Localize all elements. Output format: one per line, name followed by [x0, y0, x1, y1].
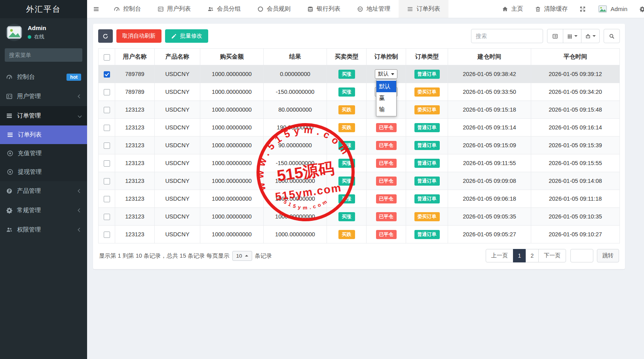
clear-cache-link[interactable]: 清除缓存: [529, 0, 574, 18]
cell-close-time: 2026-01-05 09:14:08: [531, 172, 620, 190]
cell-user: 123123: [115, 208, 155, 226]
sidebar-item-dashboard[interactable]: 控制台 hot: [0, 67, 87, 87]
online-dot: [28, 35, 31, 39]
order-control-select[interactable]: 默认: [375, 69, 397, 79]
table-header-row: 用户名称 产品名称 购买金额 结果 买卖类型 订单控制 订单类型 建仓时间 平仓…: [99, 49, 620, 65]
cell-close-time: 2026-01-05 09:15:55: [531, 154, 620, 172]
cell-user: 123123: [115, 137, 155, 154]
dropdown-option[interactable]: 赢: [376, 92, 396, 104]
col-control: 订单控制: [367, 49, 406, 65]
side-badge: 买涨: [338, 212, 355, 221]
table-row: 123123 USDCNY 1000.00000000 1000.0000000…: [99, 172, 620, 190]
order-type-badge: 普通订单: [414, 177, 440, 186]
avatar: [6, 24, 23, 41]
hot-badge: hot: [66, 74, 81, 81]
row-checkbox[interactable]: [104, 107, 110, 113]
dropdown-option[interactable]: 输: [376, 104, 396, 115]
order-type-badge: 普通订单: [414, 230, 440, 239]
order-type-badge: 普通订单: [414, 123, 440, 132]
tab-bank-list[interactable]: 银行列表: [299, 0, 349, 18]
chevron-left-icon: [78, 228, 82, 232]
export-button[interactable]: [581, 29, 600, 43]
jump-button[interactable]: 跳转: [597, 249, 619, 262]
cell-product: USDCNY: [155, 226, 200, 243]
cell-close-time: 2026-01-05 09:15:48: [531, 101, 620, 119]
select-all-checkbox[interactable]: [104, 54, 110, 61]
row-checkbox[interactable]: [104, 196, 110, 202]
page-button-2[interactable]: 2: [526, 249, 539, 262]
tab-member-rules[interactable]: 会员规则: [249, 0, 299, 18]
chevron-left-icon: [78, 189, 82, 193]
next-page-button[interactable]: 下一页: [538, 249, 566, 262]
cell-close-time: 2026-01-05 09:16:14: [531, 119, 620, 137]
order-type-badge: 委买订单: [414, 87, 440, 97]
control-status-badge: 已平仓: [376, 159, 397, 168]
col-side: 买卖类型: [327, 49, 367, 65]
batch-edit-button[interactable]: 批量修改: [165, 29, 208, 43]
row-checkbox[interactable]: [104, 232, 110, 238]
detail-view-button[interactable]: [547, 29, 563, 43]
chevron-left-icon: [78, 95, 82, 99]
home-link[interactable]: 主页: [496, 0, 529, 18]
table-search-input[interactable]: [471, 29, 543, 43]
address-icon: [357, 6, 363, 12]
sidebar-item-withdraw[interactable]: 提现管理: [0, 163, 87, 181]
tab-member-groups[interactable]: 会员分组: [199, 0, 249, 18]
row-checkbox[interactable]: [104, 178, 110, 184]
page-button-1[interactable]: 1: [513, 249, 526, 262]
cell-product: USDCNY: [155, 137, 200, 154]
cell-product: USDCNY: [155, 154, 200, 172]
fullscreen-button[interactable]: [574, 0, 592, 18]
row-checkbox[interactable]: [104, 125, 110, 131]
order-list-icon: [407, 6, 413, 12]
gear-icon: [639, 6, 644, 12]
cell-user: 123123: [115, 101, 155, 119]
row-checkbox[interactable]: [104, 71, 110, 78]
tab-dashboard[interactable]: 控制台: [105, 0, 149, 18]
row-checkbox[interactable]: [104, 89, 110, 95]
control-cell: 已平仓: [367, 226, 406, 243]
sidebar-item-products[interactable]: 产品管理: [0, 181, 87, 201]
sidebar-item-order-list[interactable]: 订单列表: [0, 125, 87, 144]
cell-product: USDCNY: [155, 190, 200, 208]
member-rules-icon: [257, 6, 264, 12]
tab-order-list[interactable]: 订单列表: [399, 0, 448, 18]
dropdown-option[interactable]: 默认: [376, 81, 396, 92]
control-cell: 已平仓: [367, 208, 406, 226]
cell-close-time: 2026-01-05 09:10:35: [531, 208, 620, 226]
tab-user-list[interactable]: 用户列表: [149, 0, 199, 18]
jump-page-input[interactable]: [570, 249, 593, 262]
user-name: Admin: [28, 25, 46, 31]
sidebar-item-permissions[interactable]: 权限管理: [0, 220, 87, 239]
sidebar-item-recharge[interactable]: 充值管理: [0, 144, 87, 163]
settings-button[interactable]: [633, 0, 644, 18]
tab-address-management[interactable]: 地址管理: [349, 0, 399, 18]
row-checkbox[interactable]: [104, 142, 110, 149]
sidebar-item-order-management[interactable]: 订单管理: [0, 106, 87, 125]
search-button[interactable]: [604, 29, 620, 43]
order-type-badge: 普通订单: [414, 194, 440, 203]
user-management-icon: [6, 93, 13, 100]
admin-menu[interactable]: Admin: [592, 0, 633, 18]
side-badge: 买涨: [338, 141, 355, 150]
withdraw-icon: [7, 169, 13, 175]
order-table-body: 789789 USDCNY 1000.00000000 0.00000000 买…: [99, 65, 620, 243]
cell-close-time: 2026-01-05 09:34:20: [531, 83, 620, 101]
refresh-button[interactable]: [98, 29, 113, 43]
control-cell: 已平仓: [367, 190, 406, 208]
row-checkbox[interactable]: [104, 214, 110, 220]
menu-toggle-button[interactable]: [87, 0, 105, 18]
control-status-badge: 已平仓: [376, 212, 397, 221]
recharge-icon: [7, 150, 13, 157]
row-checkbox[interactable]: [104, 160, 110, 167]
cell-open-time: 2026-01-05 09:15:14: [448, 119, 531, 137]
sidebar-search-input[interactable]: [5, 48, 82, 62]
page-size-select[interactable]: 10: [232, 251, 252, 261]
cancel-auto-refresh-button[interactable]: 取消自动刷新: [116, 29, 161, 43]
sidebar-item-general[interactable]: 常规管理: [0, 201, 87, 220]
columns-button[interactable]: [563, 29, 581, 43]
col-amount: 购买金额: [200, 49, 264, 65]
side-badge: 买涨: [338, 194, 355, 203]
sidebar-item-user-management[interactable]: 用户管理: [0, 87, 87, 106]
prev-page-button[interactable]: 上一页: [486, 249, 513, 262]
